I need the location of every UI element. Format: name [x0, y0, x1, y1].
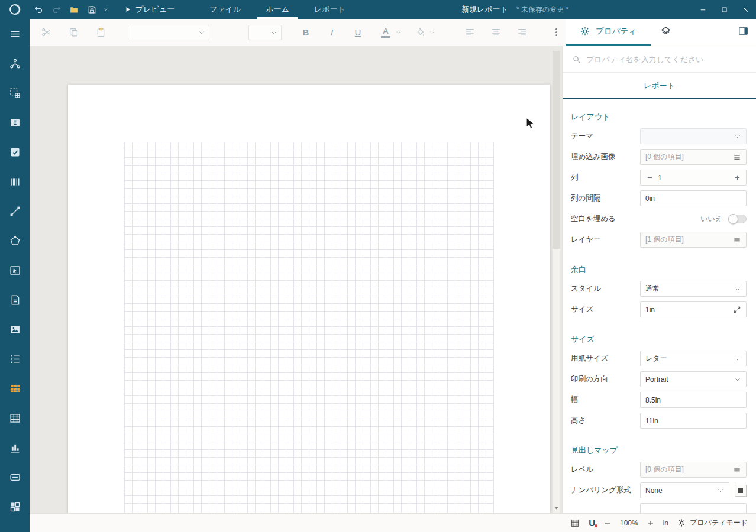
- design-canvas[interactable]: [30, 46, 562, 513]
- fill-space-toggle[interactable]: [728, 215, 747, 223]
- scrollbar-down-button[interactable]: [553, 504, 560, 512]
- minimize-button[interactable]: [692, 0, 713, 19]
- align-right-button[interactable]: [512, 24, 531, 41]
- report-name: 新規レポート: [461, 4, 508, 15]
- copy-button[interactable]: [64, 24, 83, 41]
- properties-panel: レポート レイアウト テーマ 埋め込み画像 [0 個の項目] 列: [562, 46, 756, 513]
- columns-stepper[interactable]: 1: [640, 170, 747, 186]
- align-left-button[interactable]: [460, 24, 479, 41]
- square-icon: [738, 488, 743, 493]
- tab-properties[interactable]: プロパティ: [566, 19, 651, 46]
- chevron-down-icon: [429, 29, 435, 35]
- tool-group-editor[interactable]: [0, 78, 30, 108]
- tool-textbox[interactable]: [0, 108, 30, 137]
- properties-object-tab[interactable]: レポート: [563, 73, 756, 99]
- tool-list[interactable]: [0, 344, 30, 374]
- margin-style-value: 通常: [645, 284, 660, 294]
- tool-table[interactable]: [0, 374, 30, 403]
- sidebar-menu-button[interactable]: [0, 19, 30, 48]
- font-size-dropdown[interactable]: [248, 25, 282, 40]
- zoom-in-button[interactable]: [647, 520, 654, 527]
- width-input[interactable]: [640, 392, 747, 408]
- tool-chart[interactable]: [0, 433, 30, 462]
- margin-style-dropdown[interactable]: 通常: [640, 281, 747, 297]
- fill-color-button[interactable]: [415, 27, 435, 38]
- grid-icon: [570, 518, 580, 528]
- italic-button[interactable]: I: [323, 27, 341, 37]
- document-state: 新規レポート * 未保存の変更 *: [461, 0, 568, 19]
- embedded-images-editor[interactable]: [0 個の項目]: [640, 149, 747, 165]
- orientation-dropdown[interactable]: Portrait: [640, 371, 747, 387]
- tab-layers[interactable]: [660, 25, 671, 39]
- maximize-button[interactable]: [713, 0, 735, 19]
- column-spacing-input[interactable]: [640, 190, 747, 206]
- grid-toggle-button[interactable]: [570, 518, 580, 528]
- stepper-plus-button[interactable]: [732, 173, 742, 183]
- scissors-icon: [41, 27, 52, 38]
- u-logo-icon[interactable]: U: [589, 518, 595, 528]
- menu-file[interactable]: ファイル: [201, 0, 249, 19]
- zoom-out-button[interactable]: [604, 520, 611, 527]
- property-row-clipped: [571, 501, 747, 513]
- report-page[interactable]: [68, 85, 550, 513]
- numbering-dropdown[interactable]: None: [640, 482, 729, 498]
- property-row-fill-space: 空白を埋める いいえ: [571, 209, 747, 229]
- margin-size-value: 1in: [645, 306, 655, 314]
- tablix-icon: [9, 412, 21, 424]
- tool-barcode[interactable]: [0, 167, 30, 196]
- tool-explorer[interactable]: [0, 48, 30, 78]
- matrix-icon: [9, 501, 21, 513]
- preview-label: プレビュー: [135, 4, 175, 15]
- menu-report[interactable]: レポート: [306, 0, 354, 19]
- align-center-button[interactable]: [486, 24, 505, 41]
- statusbar: U 100% in プロパティモード: [30, 513, 756, 532]
- more-options-button[interactable]: [547, 24, 566, 41]
- tool-subreport[interactable]: [0, 285, 30, 314]
- menu-home[interactable]: ホーム: [257, 0, 298, 19]
- collapse-panel-button[interactable]: [738, 25, 749, 39]
- layers-editor[interactable]: [1 個の項目]: [640, 232, 747, 248]
- theme-dropdown[interactable]: [640, 128, 747, 144]
- tool-image[interactable]: [0, 314, 30, 344]
- preview-button[interactable]: プレビュー: [124, 4, 175, 15]
- tool-checkbox[interactable]: [0, 137, 30, 167]
- save-button[interactable]: [83, 0, 101, 19]
- unit-label[interactable]: in: [663, 519, 668, 527]
- margin-size-input[interactable]: 1in: [640, 301, 747, 317]
- titlebar: プレビュー ファイル ホーム レポート 新規レポート * 未保存の変更 *: [30, 0, 756, 19]
- embedded-images-label: 埋め込み画像: [571, 152, 616, 162]
- level-editor[interactable]: [0 個の項目]: [640, 462, 747, 478]
- triangle-down-icon: [554, 505, 559, 511]
- tool-inputfield[interactable]: [0, 462, 30, 492]
- close-button[interactable]: [735, 0, 756, 19]
- ribbon-menu: ファイル ホーム レポート: [197, 0, 358, 19]
- tool-richtext[interactable]: [0, 255, 30, 285]
- fill-space-control: いいえ: [700, 214, 747, 224]
- properties-search-input[interactable]: [586, 55, 747, 64]
- tool-line[interactable]: [0, 196, 30, 226]
- font-family-dropdown[interactable]: [128, 25, 209, 40]
- canvas-scrollbar[interactable]: [553, 51, 560, 513]
- numbering-detail-button[interactable]: [735, 485, 747, 497]
- property-row-numbering: ナンバリング形式 None: [571, 480, 747, 501]
- stepper-minus-button[interactable]: [645, 173, 654, 183]
- tool-matrix[interactable]: [0, 492, 30, 521]
- property-mode-button[interactable]: プロパティモード: [677, 518, 748, 528]
- design-grid-surface[interactable]: [124, 142, 494, 513]
- save-menu-button[interactable]: [101, 0, 111, 19]
- tool-tablix[interactable]: [0, 403, 30, 433]
- clipped-input[interactable]: [640, 503, 747, 513]
- redo-button[interactable]: [47, 0, 65, 19]
- open-button[interactable]: [65, 0, 83, 19]
- underline-button[interactable]: U: [349, 27, 367, 37]
- paper-size-dropdown[interactable]: レター: [640, 351, 747, 366]
- height-input[interactable]: [640, 413, 747, 429]
- paste-button[interactable]: [91, 24, 110, 41]
- maximize-icon: [721, 6, 728, 14]
- undo-button[interactable]: [30, 0, 47, 19]
- scrollbar-thumb[interactable]: [553, 51, 560, 249]
- bold-button[interactable]: B: [297, 27, 315, 37]
- cut-button[interactable]: [37, 24, 56, 41]
- font-color-button[interactable]: A: [380, 27, 402, 38]
- tool-shape[interactable]: [0, 226, 30, 255]
